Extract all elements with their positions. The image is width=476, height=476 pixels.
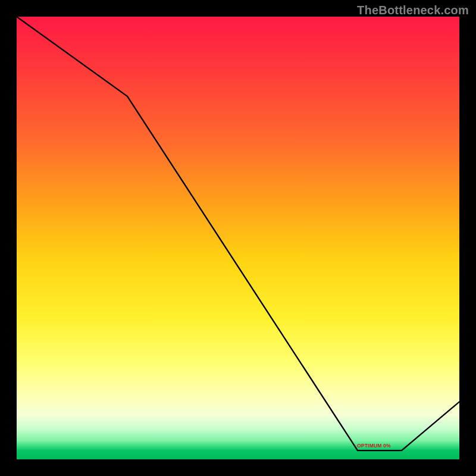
- chart-frame: TheBottleneck.com OPTIMUM 0%: [0, 0, 476, 476]
- watermark-text: TheBottleneck.com: [357, 4, 469, 17]
- heatmap-plot-area: OPTIMUM 0%: [17, 17, 459, 459]
- optimum-label: OPTIMUM 0%: [357, 443, 391, 449]
- bottleneck-curve: [17, 17, 459, 459]
